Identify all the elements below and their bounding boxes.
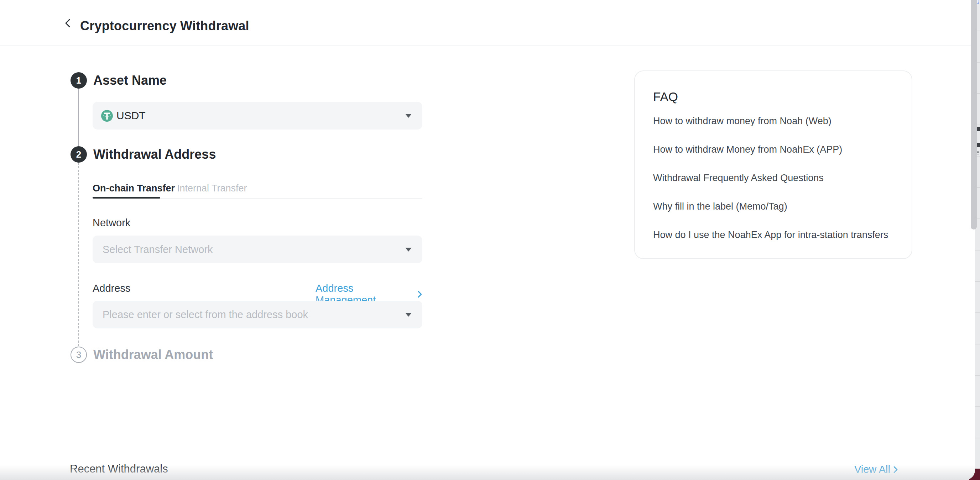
step-3-indicator: 3 bbox=[70, 347, 87, 363]
address-select[interactable]: Please enter or select from the address … bbox=[92, 301, 422, 328]
step-3-title: Withdrawal Amount bbox=[93, 347, 213, 362]
page-title: Cryptocurrency Withdrawal bbox=[80, 19, 249, 33]
chevron-right-icon bbox=[417, 290, 422, 298]
faq-item[interactable]: Why fill in the label (Memo/Tag) bbox=[653, 192, 897, 220]
faq-card: FAQ How to withdraw money from Noah (Web… bbox=[634, 70, 912, 259]
chevron-left-icon bbox=[63, 18, 73, 29]
faq-list: How to withdraw money from Noah (Web) Ho… bbox=[653, 107, 897, 249]
faq-item[interactable]: How to withdraw Money from NoahEx (APP) bbox=[653, 135, 897, 164]
network-label: Network bbox=[92, 217, 130, 229]
back-button[interactable] bbox=[63, 18, 73, 29]
chevron-down-icon bbox=[405, 313, 412, 317]
chevron-down-icon bbox=[405, 248, 412, 252]
asset-select[interactable]: USDT bbox=[92, 102, 422, 130]
tabs-active-indicator bbox=[92, 197, 160, 198]
address-label: Address bbox=[92, 282, 130, 294]
withdrawal-page: Cryptocurrency Withdrawal 1 Asset Name U… bbox=[0, 0, 975, 480]
bottom-fade bbox=[0, 465, 975, 480]
page-header: Cryptocurrency Withdrawal bbox=[0, 0, 975, 46]
step-1-indicator: 1 bbox=[70, 72, 87, 89]
address-placeholder: Please enter or select from the address … bbox=[103, 309, 308, 321]
step-1-title: Asset Name bbox=[93, 73, 167, 88]
network-placeholder: Select Transfer Network bbox=[103, 244, 213, 255]
tab-internal-transfer[interactable]: Internal Transfer bbox=[177, 183, 247, 194]
step-connector-solid bbox=[78, 89, 79, 146]
tether-icon bbox=[101, 110, 113, 122]
faq-item[interactable]: Withdrawal Frequently Asked Questions bbox=[653, 164, 897, 192]
step-2-indicator: 2 bbox=[70, 146, 87, 163]
step-2-title: Withdrawal Address bbox=[93, 147, 216, 162]
faq-item[interactable]: How to withdraw money from Noah (Web) bbox=[653, 107, 897, 135]
tab-onchain-transfer[interactable]: On-chain Transfer bbox=[92, 183, 175, 194]
network-select[interactable]: Select Transfer Network bbox=[92, 236, 422, 263]
step-connector-dashed bbox=[78, 163, 79, 346]
faq-item[interactable]: How do I use the NoahEx App for intra-st… bbox=[653, 220, 897, 249]
asset-selected-value: USDT bbox=[116, 109, 146, 122]
vertical-scrollbar-thumb[interactable] bbox=[971, 0, 977, 230]
chevron-down-icon bbox=[405, 114, 412, 118]
faq-title: FAQ bbox=[653, 90, 897, 104]
